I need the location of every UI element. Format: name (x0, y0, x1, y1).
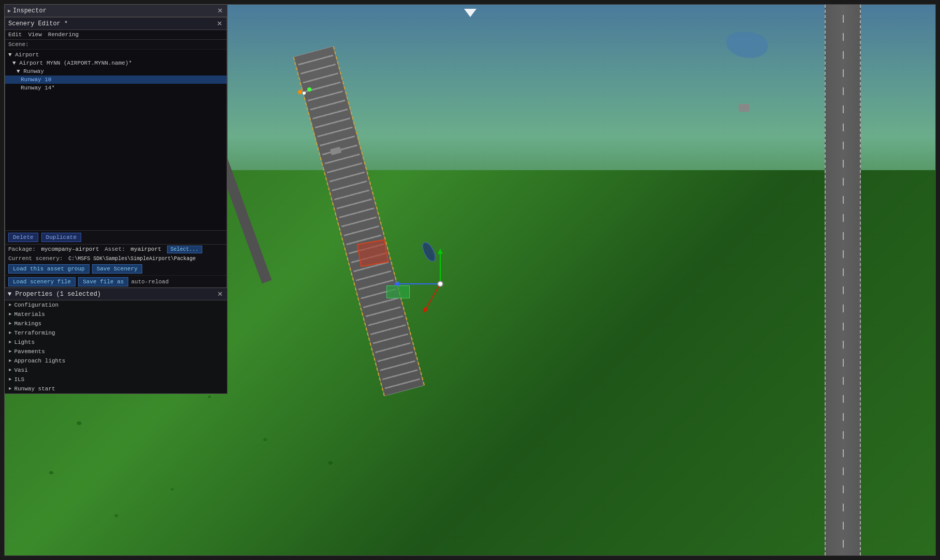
transform-gizmo[interactable] (414, 258, 466, 310)
prop-configuration[interactable]: ► Configuration (5, 300, 227, 310)
auto-reload-label: auto-reload (131, 279, 169, 285)
prop-lights[interactable]: ► Lights (5, 338, 227, 347)
save-scenery-button[interactable]: Save Scenery (92, 264, 142, 274)
gizmo-x-axis (399, 283, 440, 284)
save-file-as-button[interactable]: Save file as (78, 277, 128, 286)
gizmo-y-axis (440, 253, 441, 284)
scenery-editor-panel: Scenery Editor * ✕ Edit View Rendering S… (5, 17, 227, 289)
inspector-close-button[interactable]: ✕ (216, 7, 224, 14)
action-buttons-row: Delete Duplicate (5, 231, 227, 245)
prop-terraforming[interactable]: ► Terraforming (5, 328, 227, 338)
gizmo-z-axis (425, 283, 440, 309)
prop-arrow-approach-lights: ► (9, 358, 11, 364)
select-button[interactable]: Select... (167, 246, 202, 253)
scenery-editor-title: Scenery Editor * (8, 20, 68, 27)
properties-panel: ▼ Properties (1 selected) ✕ ► Configurat… (4, 287, 228, 394)
prop-arrow-markings: ► (9, 321, 11, 326)
prop-label-markings: Markings (14, 321, 41, 327)
prop-arrow-ils: ► (9, 377, 11, 382)
current-scenery-row: Current scenery: C:\MSFS SDK\Samples\Sim… (5, 254, 227, 263)
inspector-panel: ▶ Inspector ✕ Scenery Editor * ✕ Edit Vi… (4, 4, 228, 290)
gizmo-center[interactable] (437, 281, 443, 287)
scene-tree: ▼ Airport ▼ Airport MYNN (AIRPORT.MYNN.n… (5, 50, 227, 153)
tree-item-runway-group[interactable]: ▼ Runway (5, 67, 227, 75)
prop-approach-lights[interactable]: ► Approach lights (5, 356, 227, 366)
dot-orange (298, 90, 302, 94)
prop-arrow-lights: ► (9, 340, 11, 345)
prop-runway-start[interactable]: ► Runway start (5, 384, 227, 393)
prop-ils[interactable]: ► ILS (5, 375, 227, 384)
menu-view[interactable]: View (28, 32, 41, 38)
prop-label-runway-start: Runway start (14, 386, 55, 392)
delete-button[interactable]: Delete (8, 233, 38, 242)
properties-title-bar: ▼ Properties (1 selected) ✕ (5, 288, 227, 300)
prop-label-materials: Materials (14, 311, 44, 317)
green-rect (386, 285, 410, 298)
load-scenery-file-button[interactable]: Load scenery file (8, 277, 76, 286)
prop-arrow-configuration: ► (9, 302, 11, 308)
prop-pavements[interactable]: ► Pavements (5, 347, 227, 356)
package-info-row: Package: mycompany-airport Asset: myairp… (5, 245, 227, 254)
prop-label-pavements: Pavements (14, 349, 44, 355)
nav-arrow (464, 9, 476, 17)
runway-secondary (825, 5, 861, 555)
menu-edit[interactable]: Edit (8, 32, 22, 38)
tree-spacer (5, 153, 227, 231)
prop-label-ils: ILS (14, 376, 24, 383)
load-save-row: Load this asset group Save Scenery (5, 263, 227, 276)
prop-materials[interactable]: ► Materials (5, 310, 227, 319)
tree-item-airport[interactable]: ▼ Airport (5, 51, 227, 59)
file-row: Load scenery file Save file as auto-relo… (5, 276, 227, 289)
duplicate-button[interactable]: Duplicate (41, 233, 81, 242)
prop-arrow-runway-start: ► (9, 386, 11, 391)
dot-white (303, 92, 306, 95)
prop-markings[interactable]: ► Markings (5, 319, 227, 328)
prop-label-approach-lights: Approach lights (14, 358, 65, 364)
menu-bar: Edit View Rendering (5, 30, 227, 40)
prop-label-vasi: Vasi (14, 367, 27, 373)
prop-arrow-terraforming: ► (9, 330, 11, 336)
prop-label-configuration: Configuration (14, 302, 58, 308)
prop-vasi[interactable]: ► Vasi (5, 366, 227, 375)
properties-list: ► Configuration ► Materials ► Markings ►… (5, 300, 227, 393)
tree-item-runway-10[interactable]: Runway 10 (5, 75, 227, 84)
properties-title: ▼ Properties (1 selected) (8, 291, 101, 298)
tree-item-runway-14[interactable]: Runway 14* (5, 84, 227, 92)
prop-label-lights: Lights (14, 339, 35, 345)
inspector-title: Inspector (13, 7, 47, 14)
selected-rect (356, 239, 389, 267)
prop-label-terraforming: Terraforming (14, 330, 55, 336)
load-asset-group-button[interactable]: Load this asset group (8, 264, 89, 274)
inspector-title-bar: ▶ Inspector ✕ (5, 5, 227, 17)
building (739, 104, 749, 112)
prop-arrow-pavements: ► (9, 349, 11, 354)
scenery-editor-close-button[interactable]: ✕ (216, 20, 223, 27)
scenery-editor-title-bar: Scenery Editor * ✕ (5, 18, 227, 30)
scene-label: Scene: (5, 40, 227, 50)
prop-arrow-vasi: ► (9, 368, 11, 373)
inspector-play-icon: ▶ (8, 8, 11, 14)
properties-close-button[interactable]: ✕ (216, 290, 224, 298)
dot-green (307, 87, 311, 92)
prop-arrow-materials: ► (9, 312, 11, 317)
tree-item-airport-mynn[interactable]: ▼ Airport MYNN (AIRPORT.MYNN.name)* (5, 59, 227, 67)
menu-rendering[interactable]: Rendering (48, 32, 79, 38)
